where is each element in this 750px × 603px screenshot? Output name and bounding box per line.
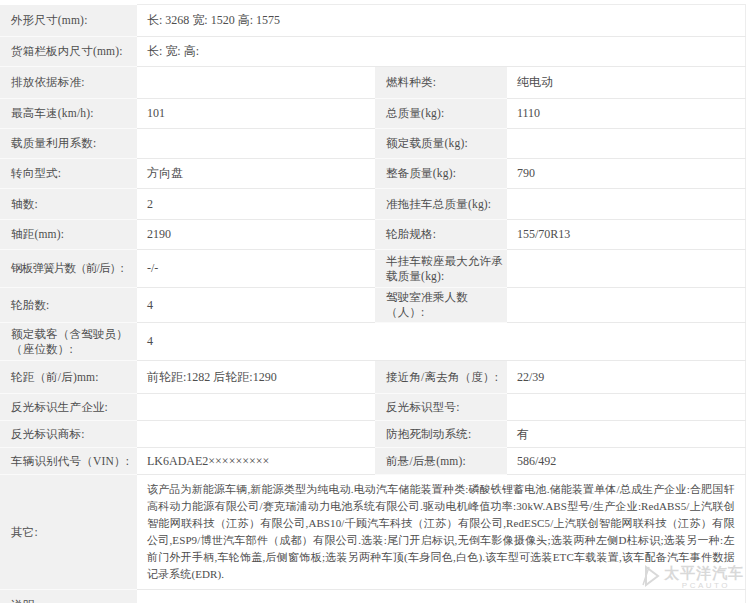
watermark-sub-text: PCAUTO (682, 582, 730, 590)
spec-label: 整备质量(kg): (375, 159, 507, 189)
table-row: 轮距（前/后)mm: 前轮距:1282 后轮距:1290 接近角/离去角（度）:… (0, 361, 745, 394)
spec-value: 纯电动 (507, 67, 745, 99)
spec-label: 反光标识商标: (0, 421, 137, 448)
spec-value: -/- (137, 250, 375, 288)
spec-value (507, 250, 745, 288)
spec-value (507, 129, 745, 159)
table-row: 外形尺寸(mm): 长: 3268 宽: 1520 高: 1575 (0, 5, 745, 37)
table-row: 反光标识商标: 防抱死制动系统: 有 (0, 421, 745, 448)
spec-label: 钢板弹簧片数（前/后）: (0, 250, 137, 288)
spec-table: 外形尺寸(mm): 长: 3268 宽: 1520 高: 1575 货箱栏板内尺… (0, 4, 746, 603)
spec-label: 说明: (0, 590, 137, 603)
spec-label: 额定载质量(kg): (375, 129, 507, 159)
spec-value: 155/70R13 (507, 220, 745, 250)
spec-label: 车辆识别代号（VIN）: (0, 448, 137, 475)
spec-value: 4 (137, 288, 375, 323)
spec-value: 22/39 (507, 361, 745, 394)
spec-label: 接近角/离去角（度）: (375, 361, 507, 394)
spec-value: 790 (507, 159, 745, 189)
spec-value: 101 (137, 99, 375, 129)
spec-value (137, 394, 375, 421)
spec-value: 1110 (507, 99, 745, 129)
spec-value (507, 288, 745, 323)
spec-value (137, 67, 375, 99)
watermark-brand-text: 太平洋汽车 (664, 565, 744, 580)
spec-value (137, 129, 375, 159)
table-row: 钢板弹簧片数（前/后）: -/- 半挂车鞍座最大允许承载质量(kg): (0, 250, 745, 288)
spec-value (137, 421, 375, 448)
pcauto-logo-icon (641, 565, 661, 591)
spec-label: 轴距(mm): (0, 220, 137, 250)
spec-label: 驾驶室准乘人数（人）: (375, 288, 507, 323)
table-row: 排放依据标准: 燃料种类: 纯电动 (0, 67, 745, 99)
spec-label: 转向型式: (0, 159, 137, 189)
spec-label: 轮胎数: (0, 288, 137, 323)
spec-label: 轮胎规格: (375, 220, 507, 250)
spec-value vin-value: LK6ADAE2××××××××× (137, 448, 375, 475)
spec-label: 其它: (0, 475, 137, 590)
pcauto-watermark: 太平洋汽车 PCAUTO (641, 565, 744, 591)
table-row: 额定载客（含驾驶员）（座位数）: 4 (0, 323, 745, 361)
table-row: 反光标识生产企业: 反光标识型号: (0, 394, 745, 421)
table-row: 转向型式: 方向盘 整备质量(kg): 790 (0, 159, 745, 189)
spec-label: 载质量利用系数: (0, 129, 137, 159)
table-row: 轴数: 2 准拖挂车总质量(kg): (0, 189, 745, 220)
table-row: 其它: 该产品为新能源车辆,新能源类型为纯电动.电动汽车储能装置种类:磷酸铁锂蓄… (0, 475, 745, 590)
spec-label: 总质量(kg): (375, 99, 507, 129)
spec-label: 轮距（前/后)mm: (0, 361, 137, 394)
table-row: 最高车速(km/h): 101 总质量(kg): 1110 (0, 99, 745, 129)
spec-label: 准拖挂车总质量(kg): (375, 189, 507, 220)
spec-label: 排放依据标准: (0, 67, 137, 99)
table-row: 车辆识别代号（VIN）: LK6ADAE2××××××××× 前悬/后悬(mm)… (0, 448, 745, 475)
spec-value (507, 394, 745, 421)
table-row: 轴距(mm): 2190 轮胎规格: 155/70R13 (0, 220, 745, 250)
spec-value: 方向盘 (137, 159, 375, 189)
table-row: 载质量利用系数: 额定载质量(kg): (0, 129, 745, 159)
spec-label: 前悬/后悬(mm): (375, 448, 507, 475)
spec-value (137, 590, 745, 603)
vehicle-spec-sheet: 外形尺寸(mm): 长: 3268 宽: 1520 高: 1575 货箱栏板内尺… (0, 0, 750, 603)
spec-label: 反光标识型号: (375, 394, 507, 421)
spec-label: 防抱死制动系统: (375, 421, 507, 448)
spec-value: 前轮距:1282 后轮距:1290 (137, 361, 375, 394)
spec-label: 外形尺寸(mm): (0, 5, 137, 37)
spec-value: 长: 3268 宽: 1520 高: 1575 (137, 5, 745, 37)
spec-value: 长: 宽: 高: (137, 37, 745, 67)
spec-label: 最高车速(km/h): (0, 99, 137, 129)
spec-value: 586/492 (507, 448, 745, 475)
table-row: 说明: (0, 590, 745, 603)
spec-label: 反光标识生产企业: (0, 394, 137, 421)
spec-value: 4 (137, 323, 745, 361)
spec-value: 2 (137, 189, 375, 220)
spec-label: 燃料种类: (375, 67, 507, 99)
spec-label: 额定载客（含驾驶员）（座位数）: (0, 323, 137, 361)
table-row: 货箱栏板内尺寸(mm): 长: 宽: 高: (0, 37, 745, 67)
spec-label: 货箱栏板内尺寸(mm): (0, 37, 137, 67)
spec-value: 2190 (137, 220, 375, 250)
table-row: 轮胎数: 4 驾驶室准乘人数（人）: (0, 288, 745, 323)
spec-label: 半挂车鞍座最大允许承载质量(kg): (375, 250, 507, 288)
spec-value: 有 (507, 421, 745, 448)
spec-value (507, 189, 745, 220)
spec-label: 轴数: (0, 189, 137, 220)
